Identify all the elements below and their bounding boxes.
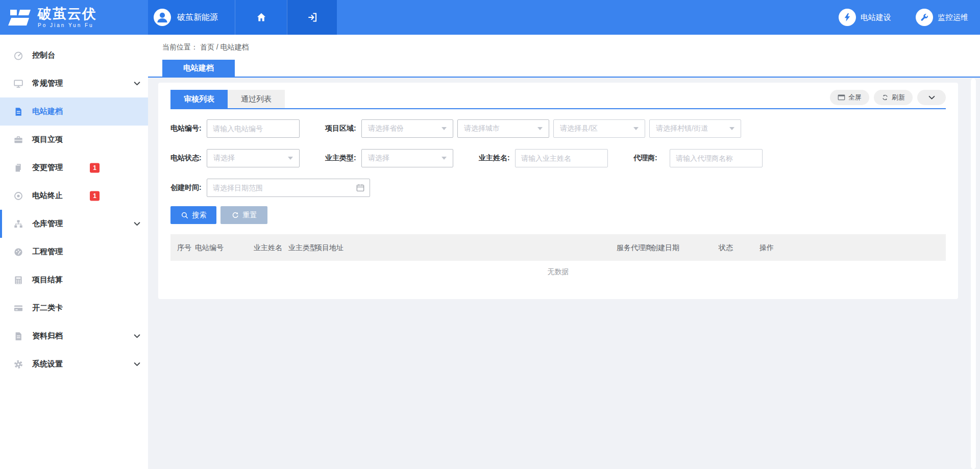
caret-down-icon (633, 127, 639, 130)
chevron-down-icon (134, 81, 140, 86)
chevron-down-icon (134, 334, 140, 338)
station-no-input[interactable] (207, 119, 300, 138)
sidebar-item-system-settings[interactable]: 系统设置 (0, 350, 148, 378)
pages-icon (13, 163, 23, 173)
briefcase-icon (13, 135, 23, 145)
sidebar-item-project-settlement[interactable]: 项目结算 (0, 266, 148, 294)
tab-passed-list[interactable]: 通过列表 (228, 90, 285, 108)
sidebar-item-data-archive[interactable]: 资料归档 (0, 322, 148, 350)
agent-label: 代理商: (633, 154, 666, 163)
sitemap-icon (13, 219, 23, 229)
col-owner-type: 业主类型 (288, 234, 317, 261)
home-button[interactable] (235, 0, 287, 35)
user-name: 破茧新能源 (177, 12, 218, 23)
sidebar-item-label: 系统设置 (32, 359, 63, 369)
owner-name-input[interactable] (515, 149, 608, 167)
breadcrumb: 当前位置： 首页 / 电站建档 (148, 35, 980, 52)
fullscreen-icon (838, 94, 845, 101)
reset-icon (231, 211, 239, 219)
county-select[interactable]: 请选择县/区 (553, 119, 645, 138)
sidebar-item-label: 控制台 (32, 51, 55, 60)
sidebar-item-open-type2-card[interactable]: 开二类卡 (0, 294, 148, 322)
sidebar-item-console[interactable]: 控制台 (0, 41, 148, 69)
brand: 破茧云伏 Po Jian Yun Fu (0, 0, 148, 35)
search-button[interactable]: 搜索 (170, 206, 216, 224)
meter-icon (13, 247, 23, 257)
gear-icon (13, 359, 23, 369)
caret-down-icon (442, 157, 447, 160)
sidebar-item-label: 项目立项 (32, 135, 63, 144)
sidebar-item-engineering-mgmt[interactable]: 工程管理 (0, 238, 148, 266)
panel-toolbar: 全屏 刷新 (830, 90, 946, 108)
user-menu[interactable]: 破茧新能源 (148, 0, 235, 35)
sidebar-item-label: 变更管理 (32, 163, 63, 172)
station-status-label: 电站状态: (170, 154, 203, 163)
sidebar-item-project-initiation[interactable]: 项目立项 (0, 126, 148, 154)
archive-file-icon (13, 331, 23, 341)
sidebar-item-label: 电站建档 (32, 107, 63, 116)
sidebar-item-label: 仓库管理 (32, 219, 63, 229)
reset-button[interactable]: 重置 (220, 206, 267, 224)
lightning-icon (842, 12, 852, 22)
owner-type-label: 业主类型: (325, 154, 357, 163)
brand-subtitle: Po Jian Yun Fu (38, 22, 97, 28)
notification-badge: 1 (90, 163, 100, 172)
fullscreen-button[interactable]: 全屏 (830, 90, 869, 105)
col-station-no: 电站编号 (195, 234, 224, 261)
breadcrumb-bar: 当前位置： 首页 / 电站建档 电站建档 (148, 35, 980, 78)
refresh-button[interactable]: 刷新 (874, 90, 913, 105)
user-icon (155, 10, 170, 25)
caret-down-icon (537, 127, 543, 130)
province-select[interactable]: 请选择省份 (361, 119, 453, 138)
nav-monitor-ops[interactable]: 监控运维 (916, 0, 968, 35)
breadcrumb-current: 电站建档 (220, 43, 249, 51)
sidebar-item-station-termination[interactable]: 电站终止 1 (0, 182, 148, 210)
collapse-button[interactable] (917, 90, 946, 105)
content: 审核列表 通过列表 全屏 (148, 78, 980, 299)
table-header: 序号 电站编号 业主姓名 业主类型 项目地址 服务代理商 创建日期 状态 操作 (170, 234, 946, 261)
col-owner-name: 业主姓名 (254, 234, 282, 261)
station-filing-panel: 审核列表 通过列表 全屏 (158, 83, 958, 299)
date-range-picker[interactable] (207, 179, 370, 197)
city-select[interactable]: 请选择城市 (457, 119, 549, 138)
caret-down-icon (288, 157, 293, 160)
station-status-select[interactable]: 请选择 (207, 149, 300, 167)
circle-dot-icon (13, 191, 23, 201)
search-icon (181, 211, 189, 219)
screen: 破茧云伏 Po Jian Yun Fu 破茧新能源 (0, 0, 980, 469)
avatar (154, 9, 171, 26)
col-actions: 操作 (760, 234, 774, 261)
sidebar-item-warehouse-mgmt[interactable]: 仓库管理 (0, 210, 148, 238)
owner-type-select[interactable]: 请选择 (361, 149, 453, 167)
sidebar-item-label: 电站终止 (32, 191, 63, 201)
wrench-icon (919, 12, 929, 22)
tab-review-list[interactable]: 审核列表 (170, 90, 228, 108)
agent-input[interactable] (670, 149, 763, 167)
date-range-input[interactable] (207, 179, 370, 197)
village-select[interactable]: 请选择村镇/街道 (649, 119, 741, 138)
nav-station-build-label: 电站建设 (861, 13, 891, 22)
col-status: 状态 (719, 234, 733, 261)
sidebar-item-station-filing[interactable]: 电站建档 (0, 97, 148, 126)
notification-badge: 1 (90, 191, 100, 201)
scrollbar-track[interactable] (971, 79, 976, 469)
refresh-icon (881, 94, 889, 101)
breadcrumb-home[interactable]: 首页 (200, 43, 214, 51)
logout-button[interactable] (287, 0, 337, 35)
page-tab-station-filing[interactable]: 电站建档 (162, 60, 235, 77)
chevron-down-icon (134, 221, 140, 226)
col-seq: 序号 (177, 234, 191, 261)
sidebar-item-general-mgmt[interactable]: 常规管理 (0, 69, 148, 97)
empty-state: 无数据 (170, 261, 946, 277)
col-service-agent: 服务代理商 (617, 234, 652, 261)
nav-monitor-ops-label: 监控运维 (938, 13, 968, 22)
brand-title: 破茧云伏 (38, 7, 97, 21)
sidebar-item-change-mgmt[interactable]: 变更管理 1 (0, 154, 148, 182)
col-create-date: 创建日期 (651, 234, 679, 261)
filter-form: 电站编号: 项目区域: 请选择省份 请选择城市 请选择县/区 (170, 119, 946, 224)
owner-name-label: 业主姓名: (479, 154, 511, 163)
nav-station-build[interactable]: 电站建设 (839, 0, 891, 35)
brand-logo-icon (8, 7, 32, 28)
panel-tabs: 审核列表 通过列表 全屏 (170, 90, 946, 109)
breadcrumb-separator: / (216, 43, 218, 51)
